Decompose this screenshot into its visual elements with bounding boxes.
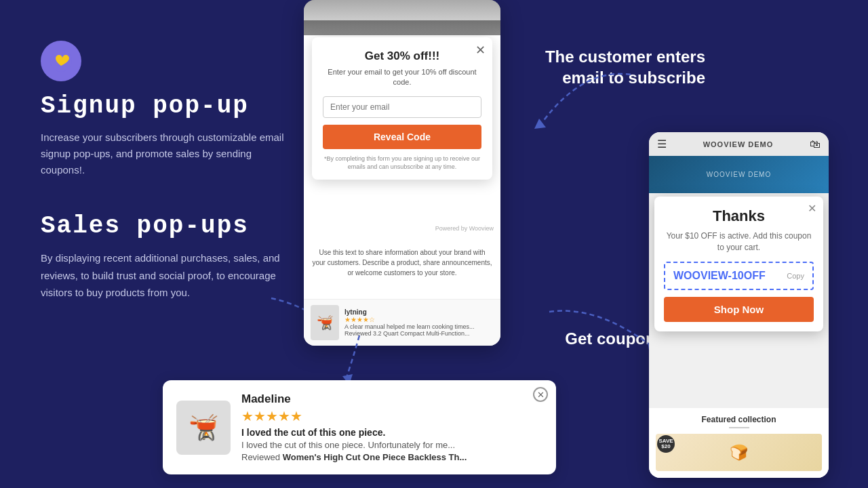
featured-divider [729,427,749,428]
review-card-content: Madeline ★★★★★ I loved the cut of this o… [241,392,542,462]
phone-hero-image: WOOVIEW DEMO [649,156,829,193]
left-section: Signup pop-up Increase your subscribers … [41,41,298,302]
menu-icon[interactable]: ☰ [657,138,667,150]
popup-title: Get 30% off!!! [323,49,481,63]
signup-title: Signup pop-up [41,92,298,120]
sales-desc: By displaying recent additional purchase… [41,249,298,302]
review-author-name: lytning [344,308,494,316]
sales-title: Sales pop-ups [41,212,298,240]
copy-label[interactable]: Copy [787,272,804,280]
review-info: lytning ★★★★☆ A clear manual helped me l… [344,308,494,337]
featured-item-1: SAVE$20 🍞 [656,434,822,471]
reveal-code-button[interactable]: Reveal Code [323,125,481,149]
powered-by: Powered by Wooview [435,225,494,232]
save-badge: SAVE$20 [657,435,675,453]
popup-close-button[interactable]: ✕ [475,43,486,58]
review-text: A clear manual helped me learn cooking t… [344,323,494,330]
right-phone: ☰ WOOVIEW DEMO 🛍 WOOVIEW DEMO ✕ Thanks Y… [649,132,829,478]
review-product-text: Reviewed 3.2 Quart Compact Multi-Functio… [344,330,494,337]
review-card-product-image: 🫕 [176,401,231,455]
review-product-image: 🫕 [311,305,339,340]
store-brand: WOOVIEW DEMO [703,140,774,148]
phone-review-strip: 🫕 lytning ★★★★☆ A clear manual helped me… [304,299,500,346]
center-popup: ✕ Get 30% off!!! Enter your email to get… [312,37,492,180]
cart-icon[interactable]: 🛍 [810,138,821,150]
featured-items: SAVE$20 🍞 [656,434,822,471]
review-card-stars: ★★★★★ [241,408,542,424]
right-phone-topbar: ☰ WOOVIEW DEMO 🛍 [649,132,829,156]
coupon-desc: Your $10 OFF is active. Add this coupon … [664,230,814,253]
review-card-product: Reviewed Women's High Cut One Piece Back… [241,452,542,462]
logo-icon [41,41,81,81]
review-card-close-button[interactable]: ✕ [533,387,548,402]
phone-header-image [304,0,500,35]
shop-now-button[interactable]: Shop Now [664,297,814,322]
featured-product-image: 🍞 [656,434,822,471]
svg-marker-1 [534,119,546,129]
coupon-code-box: WOOVIEW-10OFF Copy [664,262,814,290]
hero-label: WOOVIEW DEMO [707,171,771,178]
featured-title: Featured collection [656,415,822,424]
review-stars: ★★★★☆ [344,316,494,323]
arrow-coupons [542,291,665,359]
review-card-title: I loved the cut of this one piece. [241,427,542,438]
phone-body-text: Use this text to share information about… [312,247,492,278]
email-input[interactable] [323,96,481,118]
review-card-text: I loved the cut of this one piece. Unfor… [241,440,542,450]
popup-disclaimer: *By completing this form you are signing… [323,155,481,171]
coupon-title: Thanks [664,207,814,225]
featured-collection: Featured collection SAVE$20 🍞 [649,408,829,478]
bottom-review-card: 🫕 Madeline ★★★★★ I loved the cut of this… [163,380,556,474]
signup-desc: Increase your subscribers through custom… [41,129,298,178]
center-phone: ✕ Get 30% off!!! Enter your email to get… [304,0,500,346]
popup-subtitle: Enter your email to get your 10% off dis… [323,67,481,88]
annotation-subscribe: The customer enters email to subscribe [542,46,705,88]
coupon-popup: ✕ Thanks Your $10 OFF is active. Add thi… [654,197,823,331]
annotation-coupons: Get coupons [529,328,665,349]
coupon-close-button[interactable]: ✕ [808,202,816,215]
review-card-name: Madeline [241,392,542,406]
coupon-code: WOOVIEW-10OFF [673,270,766,282]
